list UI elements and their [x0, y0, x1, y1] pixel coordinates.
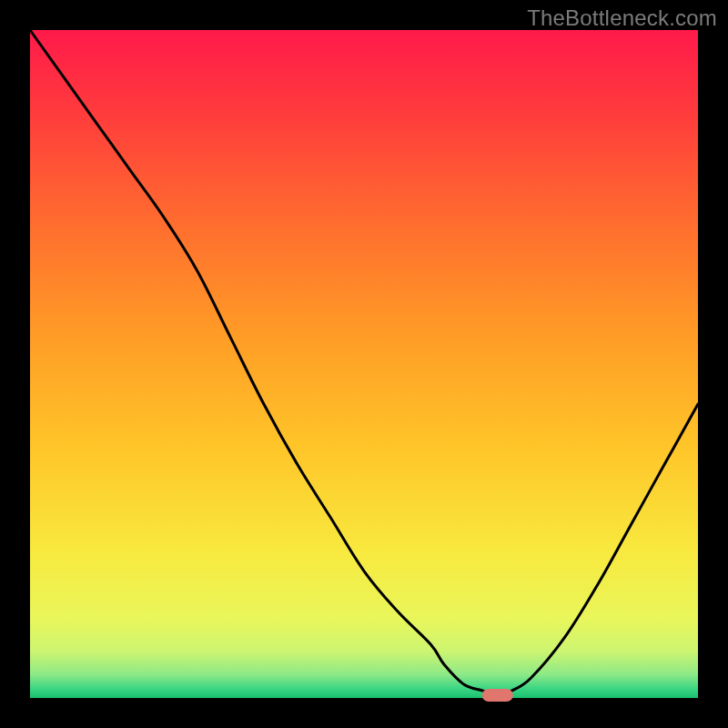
chart-svg [0, 0, 728, 728]
optimum-marker [482, 689, 513, 702]
watermark-text: TheBottleneck.com [527, 5, 717, 31]
chart-stage: TheBottleneck.com [0, 0, 728, 728]
plot-area [30, 30, 698, 698]
